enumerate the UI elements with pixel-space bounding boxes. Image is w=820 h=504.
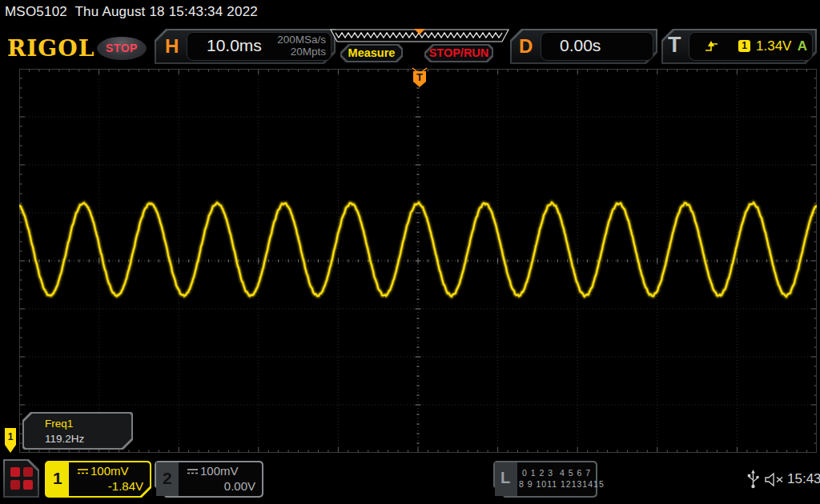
dc-coupling-icon (187, 467, 199, 475)
menu-grid-icon (23, 480, 33, 490)
dc-coupling-icon (77, 467, 89, 475)
channel1-offset: -1.84V (108, 479, 143, 493)
menu-grid-icon (10, 480, 20, 490)
timebase-value: 10.0ms (207, 36, 262, 55)
record-preview-strip (329, 26, 510, 44)
trigger-level-value: 1.34V (756, 38, 791, 54)
channel1-position-flag[interactable]: 1 (4, 427, 17, 454)
trigger-panel[interactable]: T 1 1.34V A (661, 29, 817, 64)
datetime: Thu August 18 15:43:34 2022 (75, 4, 258, 19)
trigger-source-badge: 1 (738, 40, 750, 52)
digital-label: L (500, 469, 510, 487)
digital-channels-box[interactable]: L 0 1 2 3 4 5 6 7 8 9 1011 12131415 (493, 461, 597, 498)
digital-channel-list: 0 1 2 3 4 5 6 7 8 9 1011 12131415 (519, 468, 594, 489)
speaker-muted-icon (764, 472, 785, 487)
menu-grid-icon (23, 467, 33, 477)
measurement-item-freq1[interactable]: Freq1 119.2Hz (22, 412, 133, 450)
waveform-display (19, 69, 817, 453)
channel2-number: 2 (163, 469, 172, 488)
measurement-value: 119.2Hz (45, 433, 84, 445)
digital-row-8-15: 8 9 1011 12131415 (519, 479, 594, 489)
trigger-mode: A (798, 38, 807, 54)
delay-panel[interactable]: D 0.00s (510, 29, 657, 64)
clock: 15:43 (787, 471, 820, 487)
stop-run-button-label: STOP/RUN (424, 44, 493, 62)
sample-rate: 200MSa/s (277, 34, 326, 46)
oscilloscope-screen: MSO5102 Thu August 18 15:43:34 2022 RIGO… (0, 0, 820, 504)
delay-label: D (519, 35, 533, 58)
delay-value: 0.00s (560, 36, 601, 55)
channel1-flag-label: 1 (8, 431, 14, 442)
rising-edge-trigger-icon (705, 39, 719, 54)
channel2-scale-line: 100mV (187, 464, 239, 478)
acquisition-info: 200MSa/s 20Mpts (277, 34, 326, 58)
digital-row-0-7: 0 1 2 3 4 5 6 7 (519, 468, 594, 478)
horizontal-panel[interactable]: H 10.0ms 200MSa/s 20Mpts (155, 29, 336, 64)
channel2-offset: 0.00V (224, 479, 255, 493)
measure-button-label: Measure (340, 44, 403, 62)
title-bar: MSO5102 Thu August 18 15:43:34 2022 (5, 4, 258, 20)
channel1-scale: 100mV (90, 464, 129, 478)
channel1-number: 1 (53, 469, 62, 488)
horizontal-label: H (165, 35, 179, 58)
channel2-box[interactable]: 2 100mV 0.00V (155, 461, 263, 498)
channel2-scale: 100mV (200, 464, 239, 478)
run-state-indicator[interactable]: STOP (97, 37, 147, 60)
channel1-scale-line: 100mV (77, 464, 129, 478)
trigger-position-flag[interactable]: T (410, 66, 429, 89)
channel1-box[interactable]: 1 100mV -1.84V (45, 461, 151, 498)
stop-run-button[interactable]: STOP/RUN (424, 44, 493, 62)
menu-button[interactable] (3, 459, 39, 498)
trigger-label: T (668, 33, 681, 58)
trigger-flag-label: T (416, 71, 423, 83)
model-name: MSO5102 (5, 4, 67, 19)
rigol-logo: RIGOL (7, 35, 94, 62)
usb-icon (747, 470, 759, 490)
measurement-name: Freq1 (45, 418, 73, 430)
menu-grid-icon (10, 467, 20, 477)
measure-button[interactable]: Measure (340, 44, 403, 62)
memory-depth: 20Mpts (277, 46, 326, 58)
